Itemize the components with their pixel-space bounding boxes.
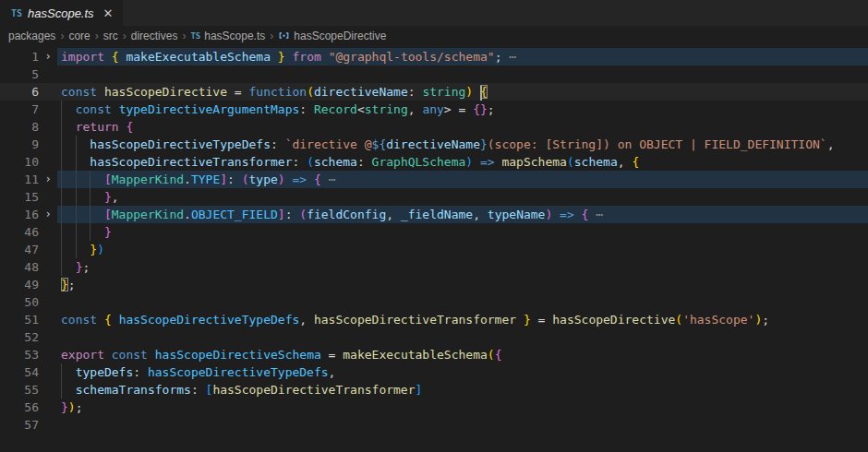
fold-chevron-icon[interactable]: ›	[39, 48, 57, 65]
code-line-50[interactable]: 50	[0, 293, 868, 311]
code-content[interactable]: [MapperKind.OBJECT_FIELD]: (fieldConfig,…	[57, 206, 868, 223]
line-number[interactable]: 49	[0, 276, 39, 293]
code-content[interactable]: export const hasScopeDirectiveSchema = m…	[57, 346, 868, 363]
line-number[interactable]: 1	[0, 48, 39, 65]
code-content[interactable]: })	[57, 241, 868, 258]
folded-code-ellipsis[interactable]: ⋯	[329, 172, 336, 186]
gutter[interactable]: 6	[0, 83, 57, 101]
code-line-10[interactable]: 10 hasScopeDirectiveTransformer: (schema…	[0, 153, 868, 171]
breadcrumb-item-packages[interactable]: packages	[8, 30, 55, 42]
gutter[interactable]: 7	[0, 101, 57, 118]
line-number[interactable]: 54	[0, 363, 39, 381]
code-line-49[interactable]: 49};	[0, 276, 868, 293]
line-number[interactable]: 6	[0, 83, 39, 101]
gutter[interactable]: 16›	[0, 206, 57, 223]
gutter[interactable]: 57	[0, 416, 57, 434]
code-content[interactable]	[57, 328, 868, 346]
close-icon[interactable]: ✕	[103, 7, 114, 19]
code-line-5[interactable]: 5	[0, 65, 868, 83]
folded-code-ellipsis[interactable]: ⋯	[596, 208, 603, 221]
code-editor[interactable]: 1›import { makeExecutableSchema } from "…	[0, 46, 868, 434]
code-line-54[interactable]: 54 typeDefs: hasScopeDirectiveTypeDefs,	[0, 363, 868, 381]
code-content[interactable]: schemaTransforms: [hasScopeDirectiveTran…	[57, 381, 868, 398]
line-number[interactable]: 8	[0, 118, 39, 136]
code-content[interactable]: };	[57, 258, 868, 276]
gutter[interactable]: 8	[0, 118, 57, 136]
code-content[interactable]: [MapperKind.TYPE]: (type) => { ⋯	[57, 171, 868, 188]
line-number[interactable]: 57	[0, 416, 39, 434]
code-line-9[interactable]: 9 hasScopeDirectiveTypeDefs: `directive …	[0, 136, 868, 153]
line-number[interactable]: 50	[0, 293, 39, 311]
code-line-53[interactable]: 53export const hasScopeDirectiveSchema =…	[0, 346, 868, 363]
gutter[interactable]: 1›	[0, 48, 57, 65]
code-content[interactable]: const typeDirectiveArgumentMaps: Record<…	[57, 101, 868, 118]
code-content[interactable]: return {	[57, 118, 868, 136]
code-line-47[interactable]: 47 })	[0, 241, 868, 258]
gutter[interactable]: 49	[0, 276, 57, 293]
line-number[interactable]: 16	[0, 206, 39, 223]
code-line-51[interactable]: 51const { hasScopeDirectiveTypeDefs, has…	[0, 311, 868, 328]
gutter[interactable]: 48	[0, 258, 57, 276]
code-content[interactable]: },	[57, 188, 868, 206]
line-number[interactable]: 55	[0, 381, 39, 398]
code-content[interactable]: const hasScopeDirective = function(direc…	[57, 83, 868, 101]
code-line-7[interactable]: 7 const typeDirectiveArgumentMaps: Recor…	[0, 101, 868, 118]
gutter[interactable]: 56	[0, 398, 57, 416]
code-line-8[interactable]: 8 return {	[0, 118, 868, 136]
breadcrumb-item-src[interactable]: src	[103, 30, 118, 42]
code-content[interactable]	[57, 293, 868, 311]
line-number[interactable]: 51	[0, 311, 39, 328]
gutter[interactable]: 55	[0, 381, 57, 398]
code-line-52[interactable]: 52	[0, 328, 868, 346]
code-line-1[interactable]: 1›import { makeExecutableSchema } from "…	[0, 48, 868, 65]
code-line-55[interactable]: 55 schemaTransforms: [hasScopeDirectiveT…	[0, 381, 868, 398]
code-line-6[interactable]: 6const hasScopeDirective = function(dire…	[0, 83, 868, 101]
breadcrumb-item-hasscope-ts[interactable]: TShasScope.ts	[190, 30, 265, 42]
line-number[interactable]: 10	[0, 153, 39, 171]
code-line-57[interactable]: 57	[0, 416, 868, 434]
gutter[interactable]: 15	[0, 188, 57, 206]
gutter[interactable]: 10	[0, 153, 57, 171]
tab-hasscope[interactable]: TS hasScope.ts ✕	[0, 0, 123, 26]
fold-chevron-icon[interactable]: ›	[39, 171, 57, 188]
code-line-56[interactable]: 56});	[0, 398, 868, 416]
code-line-48[interactable]: 48 };	[0, 258, 868, 276]
code-content[interactable]: typeDefs: hasScopeDirectiveTypeDefs,	[57, 363, 868, 381]
line-number[interactable]: 11	[0, 171, 39, 188]
gutter[interactable]: 50	[0, 293, 57, 311]
breadcrumb-item-hasscopedirective[interactable]: hasScopeDirective	[278, 30, 386, 43]
line-number[interactable]: 56	[0, 398, 39, 416]
line-number[interactable]: 47	[0, 241, 39, 258]
gutter[interactable]: 9	[0, 136, 57, 153]
code-line-11[interactable]: 11› [MapperKind.TYPE]: (type) => { ⋯	[0, 171, 868, 188]
gutter[interactable]: 53	[0, 346, 57, 363]
code-line-15[interactable]: 15 },	[0, 188, 868, 206]
breadcrumb-item-core[interactable]: core	[68, 30, 90, 42]
line-number[interactable]: 9	[0, 136, 39, 153]
code-content[interactable]: hasScopeDirectiveTransformer: (schema: G…	[57, 153, 868, 171]
code-content[interactable]: import { makeExecutableSchema } from "@g…	[57, 48, 868, 65]
gutter[interactable]: 47	[0, 241, 57, 258]
code-content[interactable]	[57, 65, 868, 83]
breadcrumb-item-directives[interactable]: directives	[131, 30, 178, 42]
code-line-46[interactable]: 46 }	[0, 223, 868, 241]
gutter[interactable]: 46	[0, 223, 57, 241]
line-number[interactable]: 53	[0, 346, 39, 363]
gutter[interactable]: 52	[0, 328, 57, 346]
line-number[interactable]: 15	[0, 188, 39, 206]
code-content[interactable]: const { hasScopeDirectiveTypeDefs, hasSc…	[57, 311, 868, 328]
line-number[interactable]: 7	[0, 101, 39, 118]
line-number[interactable]: 52	[0, 328, 39, 346]
gutter[interactable]: 51	[0, 311, 57, 328]
code-content[interactable]: }	[57, 223, 868, 241]
line-number[interactable]: 5	[0, 65, 39, 83]
code-content[interactable]	[57, 416, 868, 434]
line-number[interactable]: 48	[0, 258, 39, 276]
line-number[interactable]: 46	[0, 223, 39, 241]
gutter[interactable]: 54	[0, 363, 57, 381]
code-line-16[interactable]: 16› [MapperKind.OBJECT_FIELD]: (fieldCon…	[0, 206, 868, 223]
code-content[interactable]: hasScopeDirectiveTypeDefs: `directive @$…	[57, 136, 868, 153]
fold-chevron-icon[interactable]: ›	[39, 206, 57, 223]
code-content[interactable]: };	[57, 276, 868, 293]
folded-code-ellipsis[interactable]: ⋯	[509, 50, 516, 64]
